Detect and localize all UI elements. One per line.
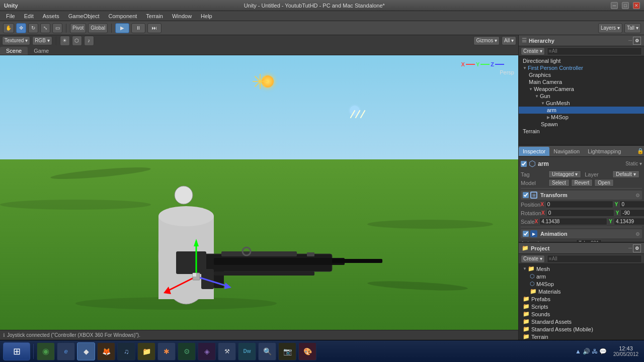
project-item-arm[interactable]: ⬡ arm [519,273,644,280]
step-button[interactable]: ⏭ [147,23,162,33]
animation-enabled[interactable] [523,231,529,237]
layer-dropdown[interactable]: Default ▾ [612,170,639,178]
transform-settings[interactable]: ⚙ [635,193,640,198]
taskbar-paint[interactable]: 🎨 [298,342,316,360]
scene-icon-btn1[interactable]: ☀ [60,36,70,46]
project-item-scripts[interactable]: 📁 Scripts [519,303,644,310]
pause-button[interactable]: ⏸ [131,23,145,33]
project-item-sounds[interactable]: 📁 Sounds [519,310,644,318]
hierarchy-minimize[interactable]: ─ [628,38,632,43]
project-create[interactable]: Create ▾ [521,255,545,263]
select-button[interactable]: Select [548,179,570,187]
taskbar-ie[interactable]: e [57,342,75,360]
tree-item-m4sop[interactable]: ▶ M4Sop [519,114,644,121]
menu-component[interactable]: Component [104,12,141,20]
animation-header[interactable]: ▶ Animation ⚙ [521,229,642,238]
start-button[interactable]: ⊞ [3,342,30,360]
tree-item-directional-light[interactable]: Directional light [519,57,644,64]
rot-y-input[interactable] [620,209,644,217]
menu-file[interactable]: File [2,12,19,20]
open-button[interactable]: Open [594,179,613,187]
menu-window[interactable]: Window [168,12,196,20]
revert-button[interactable]: Revert [571,179,593,187]
msg-icon[interactable]: 💬 [599,348,607,355]
lock-icon[interactable]: 🔒 [637,148,644,154]
move-tool[interactable]: ✥ [16,23,26,33]
taskbar-itunes[interactable]: ♫ [117,342,135,360]
pivot-dropdown[interactable]: Pivot [70,23,86,33]
taskbar-chrome[interactable]: ◉ [37,342,55,360]
taskbar-tool1[interactable]: ✱ [157,342,176,360]
project-search[interactable] [547,255,642,263]
tab-scene[interactable]: Scene [0,47,28,55]
taskbar-tool4[interactable]: ⚒ [218,342,236,360]
scl-y-input[interactable] [614,218,644,225]
menu-gameobject[interactable]: GameObject [64,12,104,20]
layout-dropdown[interactable]: Tall ▾ [624,23,641,33]
tag-dropdown[interactable]: Untagged ▾ [548,170,581,178]
scene-icon-btn2[interactable]: ⬡ [72,36,82,46]
menu-assets[interactable]: Assets [39,12,63,20]
pos-x-input[interactable] [545,201,613,208]
all-dropdown[interactable]: All ▾ [502,36,516,45]
tree-item-gun[interactable]: ▼ Gun [519,93,644,100]
project-minimize[interactable]: ─ [628,245,632,251]
menu-help[interactable]: Help [197,12,216,20]
tab-inspector[interactable]: Inspector [519,147,549,156]
tree-item-first-person[interactable]: ▼ First Person Controller [519,64,644,71]
tab-game[interactable]: Game [28,47,55,55]
rect-tool[interactable]: ▭ [52,23,62,33]
menu-terrain[interactable]: Terrain [142,12,167,20]
scl-x-input[interactable] [539,218,607,225]
play-button[interactable]: ▶ [115,23,129,33]
animation-settings[interactable]: ⚙ [635,231,640,237]
taskbar-tool3[interactable]: ◈ [198,342,216,360]
minimize-button[interactable]: ─ [611,2,618,9]
project-item-prefabs[interactable]: 📁 Prefabs [519,295,644,303]
tab-navigation[interactable]: Navigation [549,147,584,156]
tree-item-arm[interactable]: arm [519,107,644,114]
project-item-standard-mobile[interactable]: 📁 Standard Assets (Mobile) [519,325,644,333]
project-item-mesh[interactable]: ▼ 📁 Mesh [519,265,644,273]
taskbar-zoom[interactable]: 🔍 [258,342,276,360]
hand-tool[interactable]: ✋ [3,23,14,33]
taskbar-firefox[interactable]: 🦊 [97,342,115,360]
scene-canvas[interactable]: X Y Z Persp [0,55,518,330]
menu-edit[interactable]: Edit [20,12,38,20]
tree-item-gunmesh[interactable]: ▼ GunMesh [519,100,644,107]
taskbar-folder[interactable]: 📁 [137,342,155,360]
project-item-terrain[interactable]: 📁 Terrain [519,333,644,340]
object-enabled-checkbox[interactable] [521,161,527,167]
scene-icon-btn3[interactable]: ♪ [84,36,94,46]
transform-header[interactable]: ⊞ Transform ⚙ [521,191,642,200]
taskbar-unity[interactable]: ◆ [77,342,95,360]
layers-dropdown[interactable]: Layers ▾ [598,23,622,33]
tree-item-terrain[interactable]: Terrain [519,128,644,135]
project-settings[interactable]: ⚙ [633,244,641,252]
tree-item-graphics[interactable]: Graphics [519,71,644,78]
rotate-tool[interactable]: ↻ [28,23,38,33]
hierarchy-search[interactable] [547,47,642,55]
rot-x-input[interactable] [546,209,614,217]
tab-lightmapping[interactable]: Lightmapping [584,147,625,156]
gizmos-dropdown[interactable]: Gizmos ▾ [473,36,500,45]
taskbar-dw[interactable]: Dw [238,342,256,360]
volume-icon[interactable]: 🔊 [583,348,590,355]
scale-tool[interactable]: ⤡ [40,23,50,33]
rgb-dropdown[interactable]: RGB ▾ [32,36,52,45]
static-dropdown[interactable]: Static ▾ [625,161,642,166]
hierarchy-create[interactable]: Create ▾ [521,47,545,55]
tree-item-spawn[interactable]: Spawn [519,121,644,128]
pos-y-input[interactable] [619,201,644,208]
tray-icon1[interactable]: ▲ [575,348,581,355]
global-dropdown[interactable]: Global [88,23,108,33]
project-item-standard[interactable]: 📁 Standard Assets [519,318,644,325]
taskbar-camera[interactable]: 📷 [278,342,296,360]
maximize-button[interactable]: □ [622,2,629,9]
tree-item-weapon-camera[interactable]: ▼ WeaponCamera [519,85,644,93]
transform-enabled[interactable] [523,192,529,198]
project-item-m4sop[interactable]: ⬡ M4Sop [519,280,644,288]
clock-area[interactable]: 12:43 20/05/2012 [611,345,641,357]
network-icon[interactable]: 🖧 [592,348,598,355]
hierarchy-settings[interactable]: ⚙ [633,37,641,45]
